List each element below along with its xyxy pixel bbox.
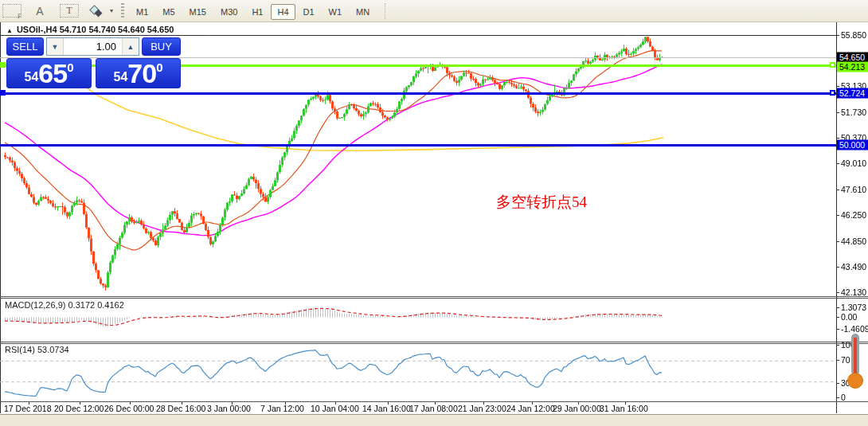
- timeframe-button-m15[interactable]: M15: [183, 4, 213, 20]
- label-tool-icon[interactable]: A: [31, 3, 49, 19]
- price-tick-label: 49.010: [841, 158, 866, 168]
- toolbar-drag-handle[interactable]: [121, 3, 124, 19]
- horizontal-line-50[interactable]: [0, 144, 836, 147]
- date-tick-label: 26 Dec 00:00: [104, 404, 154, 413]
- rsi-tick-label: 0: [841, 393, 846, 402]
- chart-region: ▲USOil-,H4 54.710 54.740 54.640 54.650 多…: [0, 22, 868, 414]
- date-tick-label: 24 Jan 12:00: [506, 404, 555, 413]
- line-handle[interactable]: [0, 90, 6, 96]
- timeframe-button-d1[interactable]: D1: [297, 4, 321, 20]
- date-tick-label: 17 Dec 2018: [4, 404, 52, 413]
- price-tick-label: 51.730: [841, 107, 866, 117]
- timeframe-button-m5[interactable]: M5: [156, 4, 181, 20]
- timeframe-button-h4[interactable]: H4: [271, 4, 295, 20]
- date-tick-label: 3 Jan 00:00: [207, 404, 251, 413]
- timeframe-button-m30[interactable]: M30: [214, 4, 244, 20]
- ask-quote-panel[interactable]: 54700: [96, 58, 181, 88]
- volume-decrease-button[interactable]: ▼: [47, 38, 63, 55]
- mt4-window: F A T ▾ M1M5M15M30H1H4D1W1MN ▲USOil-,H4 …: [0, 0, 868, 426]
- bid-big-digits: 65: [38, 59, 67, 88]
- buy-button[interactable]: BUY: [142, 37, 181, 56]
- f-grid-tool-icon[interactable]: F: [2, 4, 22, 18]
- price-tag-54.213: 54.213: [837, 62, 868, 72]
- ask-big-digits: 70: [127, 59, 156, 88]
- price-tag-50.000: 50.000: [837, 140, 868, 150]
- chart-annotation-text[interactable]: 多空转折点54: [496, 192, 587, 213]
- price-tag-52.724: 52.724: [837, 88, 868, 99]
- line-handle[interactable]: [830, 62, 835, 68]
- timeframe-button-w1[interactable]: W1: [323, 4, 349, 20]
- price-tick-label: 43.490: [841, 262, 866, 272]
- line-handle[interactable]: [0, 62, 6, 68]
- ask-prefix: 54: [114, 70, 128, 84]
- timeframe-button-m1[interactable]: M1: [130, 4, 154, 20]
- date-tick-label: 31 Jan 16:00: [600, 404, 648, 413]
- rsi-label: RSI(14) 53.0734: [5, 345, 69, 354]
- volume-stepper: ▼ 1.00 ▲: [46, 37, 139, 56]
- panel-separator: [0, 401, 868, 402]
- horizontal-line-52.724[interactable]: [0, 92, 836, 95]
- macd-tick-label: 0.00: [841, 312, 857, 322]
- chevron-down-icon[interactable]: ▾: [110, 7, 113, 14]
- one-click-trade-panel: SELL ▼ 1.00 ▲ BUY 54650 54700: [6, 37, 181, 88]
- bid-pip-digit: 0: [67, 61, 73, 74]
- bid-prefix: 54: [25, 70, 39, 84]
- panel-separator[interactable]: [0, 342, 868, 342]
- panel-separator[interactable]: [0, 298, 868, 299]
- volume-increase-button[interactable]: ▲: [123, 38, 139, 55]
- price-tick-label: 55.850: [841, 30, 866, 40]
- date-tick-label: 28 Dec 16:00: [156, 404, 205, 413]
- volume-input[interactable]: 1.00: [63, 38, 123, 55]
- toolbar: F A T ▾ M1M5M15M30H1H4D1W1MN: [0, 0, 868, 22]
- timeframe-button-h1[interactable]: H1: [245, 4, 269, 20]
- thermometer-icon: [839, 331, 868, 392]
- price-tick-label: 42.130: [841, 287, 866, 297]
- sell-button[interactable]: SELL: [6, 37, 44, 56]
- date-tick-label: 14 Jan 16:00: [362, 404, 411, 413]
- price-tick-label: 47.610: [841, 185, 866, 194]
- line-handle[interactable]: [830, 90, 835, 96]
- arrows-tool-icon[interactable]: [89, 5, 107, 18]
- text-tool-icon[interactable]: T: [60, 4, 79, 18]
- date-tick-label: 29 Jan 00:00: [553, 404, 601, 413]
- bid-quote-panel[interactable]: 54650: [6, 58, 92, 88]
- timeframe-group: M1M5M15M30H1H4D1W1MN: [129, 4, 377, 18]
- panel-separator[interactable]: [0, 343, 868, 344]
- panel-separator[interactable]: [0, 296, 868, 297]
- macd-label: MACD(12,26,9) 0.3172 0.4162: [5, 300, 124, 310]
- toolbar-separator: [385, 3, 389, 19]
- symbol-marker-icon[interactable]: ▲: [6, 27, 13, 34]
- chart-title: ▲USOil-,H4 54.710 54.740 54.640 54.650: [6, 25, 174, 34]
- price-tick-label: 44.850: [841, 236, 866, 246]
- date-tick-label: 10 Jan 04:00: [311, 404, 359, 413]
- ask-pip-digit: 0: [156, 61, 162, 74]
- macd-tick-label: 1.3073: [841, 303, 866, 312]
- date-tick-label: 20 Dec 12:00: [54, 404, 104, 413]
- date-tick-label: 17 Jan 08:00: [409, 404, 458, 413]
- price-tick-label: 46.250: [841, 210, 866, 220]
- date-tick-label: 7 Jan 12:00: [260, 404, 304, 413]
- timeframe-button-mn[interactable]: MN: [350, 4, 376, 20]
- date-tick-label: 21 Jan 23:00: [458, 404, 506, 413]
- status-strip: [0, 414, 868, 426]
